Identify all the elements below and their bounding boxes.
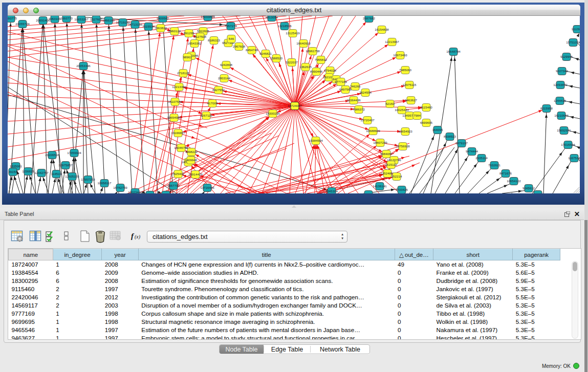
svg-text:15720407: 15720407: [360, 118, 375, 122]
svg-text:1527602: 1527602: [90, 17, 103, 21]
svg-text:6699695: 6699695: [420, 121, 433, 124]
svg-text:8990448: 8990448: [310, 70, 323, 73]
svg-text:13218506: 13218506: [277, 24, 292, 28]
svg-text:12213369: 12213369: [172, 85, 186, 89]
svg-text:16154838: 16154838: [375, 28, 389, 31]
svg-text:114519: 114519: [51, 172, 62, 176]
svg-text:8186323: 8186323: [208, 38, 221, 42]
svg-text:(x): (x): [135, 234, 141, 240]
svg-text:7485063: 7485063: [399, 68, 412, 72]
svg-text:7357274: 7357274: [225, 24, 237, 28]
svg-text:2803144: 2803144: [218, 76, 231, 80]
svg-text:3267110: 3267110: [200, 114, 212, 117]
svg-text:417006: 417006: [207, 101, 218, 105]
svg-text:9227342: 9227342: [556, 69, 569, 73]
svg-text:2718126: 2718126: [177, 71, 190, 75]
svg-text:3624554: 3624554: [359, 91, 372, 94]
svg-text:10025433: 10025433: [395, 108, 409, 112]
svg-text:7632621: 7632621: [488, 163, 501, 167]
svg-text:20364436: 20364436: [346, 98, 361, 102]
svg-text:10653267: 10653267: [74, 17, 89, 21]
svg-text:9777169: 9777169: [335, 80, 347, 83]
svg-text:9424502: 9424502: [532, 192, 545, 193]
svg-text:24055724: 24055724: [15, 22, 30, 26]
svg-text:15692971: 15692971: [557, 128, 571, 132]
svg-text:17957253: 17957253: [81, 178, 95, 181]
svg-text:19654985: 19654985: [167, 116, 181, 119]
svg-text:10654122: 10654122: [507, 179, 521, 183]
svg-text:16543362: 16543362: [187, 41, 202, 45]
svg-text:1167534: 1167534: [568, 156, 580, 160]
svg-text:8813054: 8813054: [266, 16, 278, 19]
svg-text:746266: 746266: [350, 84, 361, 88]
svg-text:1362615: 1362615: [299, 65, 312, 69]
svg-text:7515534: 7515534: [142, 25, 155, 28]
svg-text:12213967: 12213967: [385, 40, 399, 43]
svg-text:7625402: 7625402: [172, 172, 185, 176]
svg-text:7663822: 7663822: [155, 26, 167, 30]
svg-text:16640910: 16640910: [296, 41, 311, 45]
svg-text:10756928: 10756928: [396, 144, 410, 148]
svg-text:8454749: 8454749: [246, 48, 258, 52]
svg-text:9115460: 9115460: [420, 105, 432, 109]
svg-text:1112949: 1112949: [571, 27, 580, 31]
svg-text:16033809: 16033809: [201, 16, 215, 18]
svg-text:1409948: 1409948: [185, 158, 198, 162]
svg-text:10958117: 10958117: [97, 181, 112, 185]
svg-text:1156829: 1156829: [22, 169, 34, 173]
svg-text:19166827: 19166827: [171, 131, 185, 135]
svg-text:13125419: 13125419: [286, 31, 300, 35]
svg-text:9463627: 9463627: [405, 98, 418, 102]
svg-text:9409582: 9409582: [157, 16, 169, 20]
svg-text:9245612: 9245612: [522, 186, 535, 190]
svg-text:1244415: 1244415: [554, 99, 567, 102]
svg-text:2967608: 2967608: [233, 45, 246, 48]
svg-text:7522764: 7522764: [362, 192, 375, 193]
svg-text:20206516: 20206516: [45, 153, 59, 157]
svg-text:18807249: 18807249: [373, 141, 387, 144]
svg-text:17359924: 17359924: [67, 151, 81, 155]
svg-text:9657791: 9657791: [167, 184, 180, 187]
svg-text:1693775: 1693775: [8, 16, 17, 20]
svg-text:7984: 7984: [413, 114, 421, 117]
svg-text:8960124: 8960124: [168, 29, 181, 33]
svg-text:16046766: 16046766: [174, 146, 188, 149]
svg-text:10975857: 10975857: [58, 163, 73, 167]
svg-text:1693770: 1693770: [60, 16, 73, 20]
svg-text:16713155: 16713155: [128, 23, 142, 26]
svg-text:1733426: 1733426: [396, 188, 408, 191]
svg-text:9063109: 9063109: [49, 17, 61, 20]
svg-text:164095: 164095: [432, 128, 443, 132]
svg-text:15751074: 15751074: [566, 40, 580, 44]
svg-text:5322037: 5322037: [286, 60, 298, 64]
svg-text:16914479: 16914479: [188, 172, 203, 176]
svg-text:20053346: 20053346: [76, 64, 91, 68]
svg-text:13716485: 13716485: [200, 186, 214, 189]
svg-text:9245304: 9245304: [325, 189, 338, 193]
svg-text:7955812: 7955812: [315, 58, 328, 61]
svg-text:16210643: 16210643: [554, 114, 569, 117]
svg-text:f: f: [131, 232, 135, 240]
svg-text:12093872: 12093872: [553, 83, 568, 86]
svg-text:9242848: 9242848: [220, 63, 233, 67]
svg-text:10973493: 10973493: [393, 53, 407, 57]
svg-text:12342757: 12342757: [34, 171, 49, 174]
svg-text:39154: 39154: [8, 170, 17, 173]
svg-text:891295: 891295: [184, 31, 194, 35]
svg-text:16648784: 16648784: [446, 50, 461, 53]
svg-text:6794028: 6794028: [324, 69, 337, 72]
svg-text:8851519: 8851519: [160, 193, 172, 193]
svg-text:1588520: 1588520: [270, 56, 283, 60]
svg-text:18300295: 18300295: [266, 112, 280, 115]
svg-text:1335061: 1335061: [10, 164, 23, 168]
svg-text:12505155: 12505155: [65, 174, 79, 178]
svg-text:7986372: 7986372: [353, 107, 365, 111]
svg-text:9084067: 9084067: [380, 152, 393, 156]
svg-text:8471676: 8471676: [499, 171, 512, 175]
svg-text:9146821: 9146821: [259, 52, 272, 55]
svg-text:19384554: 19384554: [309, 139, 323, 142]
svg-text:6466160: 6466160: [102, 18, 115, 22]
svg-text:6497568: 6497568: [339, 87, 352, 91]
svg-text:1615112: 1615112: [385, 163, 397, 166]
svg-text:5322605: 5322605: [197, 29, 210, 33]
